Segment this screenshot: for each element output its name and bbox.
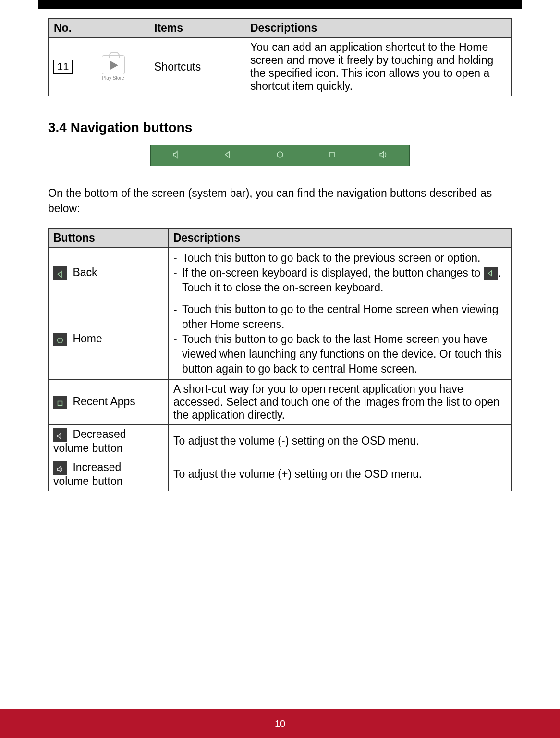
table-row: Increased volume button To adjust the vo… (49, 458, 512, 491)
home-icon (53, 333, 67, 346)
table-row: Home -Touch this button to go to the cen… (49, 299, 512, 379)
svg-point-0 (277, 152, 283, 157)
voldown-label-b: volume button (53, 442, 163, 455)
keyboard-hide-icon (484, 267, 498, 280)
table-row: Back -Touch this button to go back to th… (49, 248, 512, 299)
th-desc: Descriptions (245, 19, 512, 38)
nav-buttons-table: Buttons Descriptions Back -Touch this bu… (48, 228, 512, 491)
volume-up-icon (378, 150, 388, 161)
volup-label-a: Increased (70, 461, 121, 473)
volume-down-icon (53, 428, 67, 442)
recent-icon (53, 396, 67, 409)
back-desc-1: Touch this button to go back to the prev… (182, 251, 507, 266)
table-row: 11 Play Store Shortcuts You can add an a… (49, 38, 512, 96)
volume-up-icon (53, 461, 67, 475)
svg-point-2 (58, 338, 63, 343)
recent-desc: A short-cut way for you to open recent a… (169, 379, 512, 424)
back-desc-2: If the on-screen keyboard is displayed, … (182, 266, 507, 295)
header-bar (38, 0, 522, 9)
recent-icon (327, 150, 337, 161)
svg-rect-1 (329, 152, 334, 157)
back-icon (223, 150, 233, 161)
section-title: 3.4 Navigation buttons (48, 120, 512, 135)
volume-down-icon (172, 150, 182, 161)
table-row: Decreased volume button To adjust the vo… (49, 424, 512, 458)
voldown-desc: To adjust the volume (-) setting on the … (169, 424, 512, 458)
table-row: Recent Apps A short-cut way for you to o… (49, 379, 512, 424)
page-number: 10 (275, 718, 285, 729)
recent-label: Recent Apps (70, 395, 135, 408)
home-label: Home (70, 332, 102, 345)
th-blank (77, 19, 149, 38)
intro-text: On the bottom of the screen (system bar)… (48, 185, 512, 216)
item-name: Shortcuts (149, 38, 245, 96)
home-desc-1: Touch this button to go to the central H… (182, 302, 507, 332)
th-descriptions: Descriptions (169, 229, 512, 248)
item-desc: You can add an application shortcut to t… (245, 38, 512, 96)
volup-label-b: volume button (53, 475, 163, 488)
th-items: Items (149, 19, 245, 38)
playstore-caption: Play Store (82, 75, 144, 81)
th-no: No. (49, 19, 77, 38)
navbar-illustration (150, 145, 410, 166)
home-desc-2: Touch this button to go back to the last… (182, 332, 507, 376)
voldown-label-a: Decreased (70, 428, 126, 440)
page-footer: 10 (0, 709, 560, 738)
shortcuts-table: No. Items Descriptions 11 Play Store Sho… (48, 18, 512, 96)
playstore-icon: Play Store (82, 55, 144, 81)
svg-rect-3 (58, 401, 62, 405)
home-icon (275, 150, 285, 161)
th-buttons: Buttons (49, 229, 169, 248)
volup-desc: To adjust the volume (+) setting on the … (169, 458, 512, 491)
back-icon (53, 266, 67, 280)
row-number-box: 11 (53, 60, 73, 74)
back-label: Back (70, 266, 97, 278)
